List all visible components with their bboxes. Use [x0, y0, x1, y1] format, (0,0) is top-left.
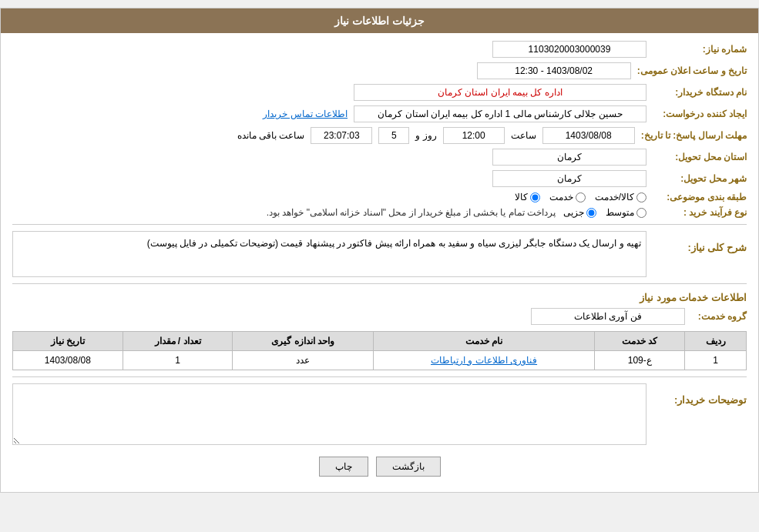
city-row: شهر محل تحویل: کرمان [12, 170, 747, 187]
cell-unit: عدد [233, 351, 374, 370]
city-value: کرمان [492, 170, 646, 187]
city-label: شهر محل تحویل: [646, 173, 747, 184]
radio-motevaset[interactable]: متوسط [606, 207, 646, 218]
services-section: اطلاعات خدمات مورد نیاز گروه خدمت: فن آو… [12, 292, 747, 370]
divider2 [12, 283, 747, 284]
announce-row: تاریخ و ساعت اعلان عمومی: 1403/08/02 - 1… [12, 62, 747, 79]
table-row: 1 ع-109 فناوری اطلاعات و ارتباطات عدد 1 … [13, 351, 747, 370]
deadline-time-label: ساعت [511, 130, 536, 141]
col-unit: واحد اندازه گیری [233, 332, 374, 351]
cell-code: ع-109 [595, 351, 685, 370]
description-label: شرح کلی نیاز: [646, 239, 747, 253]
group-row: گروه خدمت: فن آوری اطلاعات [12, 308, 747, 325]
need-number-row: شماره نیاز: 1103020003000039 [12, 41, 747, 58]
deadline-row: مهلت ارسال پاسخ: تا تاریخ: 1403/08/08 سا… [12, 127, 747, 144]
deadline-time: 12:00 [443, 127, 505, 144]
process-note: پرداخت تمام یا بخشی از مبلغ خریدار از مح… [267, 207, 556, 218]
province-row: استان محل تحویل: کرمان [12, 149, 747, 166]
radio-khedmat[interactable]: خدمت [549, 192, 586, 202]
services-title: اطلاعات خدمات مورد نیاز [12, 292, 747, 303]
category-radio-group: کالا/خدمت خدمت کالا [515, 192, 646, 202]
need-number-value: 1103020003000039 [492, 41, 646, 58]
print-button[interactable]: چاپ [319, 457, 368, 477]
group-label: گروه خدمت: [685, 311, 747, 322]
radio-jozi[interactable]: جزیی [563, 207, 596, 218]
deadline-days: 5 [378, 127, 409, 144]
table-header-row: ردیف کد خدمت نام خدمت واحد اندازه گیری ت… [13, 332, 747, 351]
process-row: نوع فرآیند خرید : متوسط جزیی پرداخت تمام… [12, 207, 747, 218]
cell-quantity: 1 [123, 351, 233, 370]
divider3 [12, 376, 747, 377]
process-radio-group: متوسط جزیی [563, 207, 646, 218]
col-code: کد خدمت [595, 332, 685, 351]
buyer-name-row: نام دستگاه خریدار: اداره کل بیمه ایران ا… [12, 84, 747, 101]
cell-rownum: 1 [685, 351, 747, 370]
buyer-name-label: نام دستگاه خریدار: [646, 87, 747, 98]
deadline-label: مهلت ارسال پاسخ: تا تاریخ: [635, 130, 747, 141]
buttons-row: بازگشت چاپ [12, 457, 747, 477]
col-quantity: تعداد / مقدار [123, 332, 233, 351]
category-row: طبقه بندی موضوعی: کالا/خدمت خدمت کالا [12, 192, 747, 202]
category-label: طبقه بندی موضوعی: [646, 192, 747, 202]
radio-kala[interactable]: کالا [515, 192, 540, 202]
page-title: جزئیات اطلاعات نیاز [334, 15, 425, 27]
deadline-inline: 1403/08/08 ساعت 12:00 روز و 5 23:07:03 س… [237, 127, 635, 144]
creator-row: ایجاد کننده درخواست: حسین جلالی کارشناس … [12, 105, 747, 122]
main-container: جزئیات اطلاعات نیاز شماره نیاز: 11030200… [0, 8, 759, 493]
content-area: شماره نیاز: 1103020003000039 تاریخ و ساع… [1, 33, 758, 492]
radio-kala-khedmat[interactable]: کالا/خدمت [595, 192, 646, 202]
buyer-desc-label: توضیحات خریدار: [646, 391, 747, 406]
deadline-day-label: روز و [415, 130, 436, 141]
divider1 [12, 224, 747, 225]
col-name: نام خدمت [374, 332, 595, 351]
buyer-desc-row: توضیحات خریدار: [12, 383, 747, 445]
services-table: ردیف کد خدمت نام خدمت واحد اندازه گیری ت… [12, 331, 747, 370]
category-khedmat-label: خدمت [549, 192, 573, 202]
creator-label: ایجاد کننده درخواست: [646, 109, 747, 119]
need-number-label: شماره نیاز: [646, 44, 747, 55]
creator-value: حسین جلالی کارشناس مالی 1 اداره کل بیمه … [354, 105, 646, 122]
announce-value: 1403/08/02 - 12:30 [477, 62, 631, 79]
category-kala-khedmat-label: کالا/خدمت [595, 192, 634, 202]
buyer-name-value: اداره کل بیمه ایران استان کرمان [354, 84, 646, 101]
back-button[interactable]: بازگشت [376, 457, 441, 477]
process-motevaset-label: متوسط [606, 207, 634, 218]
cell-date: 1403/08/08 [13, 351, 123, 370]
province-value: کرمان [492, 149, 646, 166]
description-row: شرح کلی نیاز: تهیه و ارسال یک دستگاه جاب… [12, 231, 747, 277]
province-label: استان محل تحویل: [646, 152, 747, 162]
contact-link[interactable]: اطلاعات تماس خریدار [263, 109, 348, 119]
deadline-date: 1403/08/08 [542, 127, 635, 144]
process-jozi-label: جزیی [563, 207, 584, 218]
group-value: فن آوری اطلاعات [531, 308, 685, 325]
page-header: جزئیات اطلاعات نیاز [1, 8, 758, 33]
cell-name[interactable]: فناوری اطلاعات و ارتباطات [374, 351, 595, 370]
process-label: نوع فرآیند خرید : [646, 207, 747, 218]
deadline-remaining-label: ساعت باقی مانده [237, 130, 305, 141]
col-date: تاریخ نیاز [13, 332, 123, 351]
buyer-desc-textarea[interactable] [12, 383, 646, 445]
description-value: تهیه و ارسال یک دستگاه جابگر لیزری سیاه … [12, 231, 646, 277]
announce-label: تاریخ و ساعت اعلان عمومی: [631, 65, 747, 76]
col-rownum: ردیف [685, 332, 747, 351]
category-kala-label: کالا [515, 192, 528, 202]
deadline-remaining: 23:07:03 [311, 127, 372, 144]
